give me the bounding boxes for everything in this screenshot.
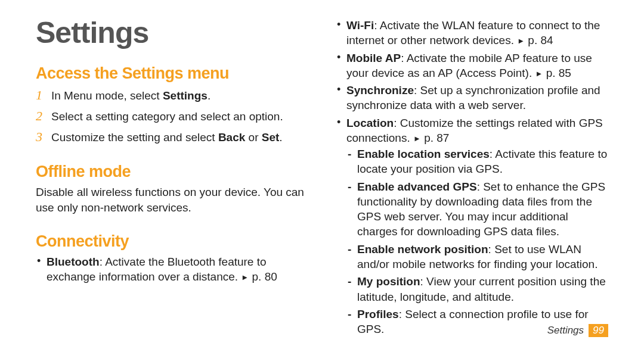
label: Enable network position: [357, 243, 488, 255]
right-column: Wi-Fi: Activate the WLAN feature to conn…: [336, 18, 608, 339]
item-wifi: Wi-Fi: Activate the WLAN feature to conn…: [336, 18, 608, 48]
label: Wi-Fi: [346, 19, 374, 32]
item-location: Location: Customize the settings related…: [336, 116, 608, 337]
step-text: Customize the setting and select Back or…: [51, 130, 308, 146]
sub-my-position: My position: View your current position …: [346, 274, 608, 304]
page-ref: p. 85: [546, 67, 571, 79]
text: In Menu mode, select: [51, 89, 163, 102]
item-mobile-ap: Mobile AP: Activate the mobile AP featur…: [336, 51, 608, 81]
sub-network-position: Enable network position: Set to use WLAN…: [346, 242, 608, 272]
access-steps: 1 In Menu mode, select Settings. 2 Selec…: [36, 86, 308, 146]
sub-location-services: Enable location services: Activate this …: [346, 147, 608, 177]
connectivity-list-right: Wi-Fi: Activate the WLAN feature to conn…: [336, 18, 608, 336]
label: Synchronize: [346, 84, 414, 96]
text: .: [208, 89, 210, 102]
page-footer: Settings 99: [547, 324, 608, 337]
text: Customize the setting and select: [51, 131, 218, 144]
step-text: In Menu mode, select Settings.: [51, 88, 308, 104]
arrow-icon: ►: [413, 134, 421, 143]
connectivity-list-left: Bluetooth: Activate the Bluetooth featur…: [36, 254, 308, 285]
left-column: Settings Access the Settings menu 1 In M…: [36, 18, 308, 339]
bold: Set: [262, 131, 280, 144]
text: or: [245, 131, 261, 144]
bold: Back: [218, 131, 245, 144]
heading-access: Access the Settings menu: [36, 64, 308, 83]
location-sublist: Enable location services: Activate this …: [346, 147, 608, 336]
label: Enable location services: [357, 148, 490, 160]
label: Bluetooth: [47, 255, 100, 268]
text: .: [279, 131, 282, 144]
step-1: 1 In Menu mode, select Settings.: [36, 86, 308, 105]
sub-advanced-gps: Enable advanced GPS: Set to enhance the …: [346, 179, 608, 239]
page-ref: p. 84: [528, 34, 553, 46]
step-number: 1: [36, 86, 51, 105]
arrow-icon: ►: [517, 36, 525, 45]
step-2: 2 Select a setting category and select a…: [36, 107, 308, 126]
label: My position: [357, 275, 420, 288]
bold: Settings: [163, 89, 208, 102]
page-columns: Settings Access the Settings menu 1 In M…: [36, 18, 608, 339]
page-title: Settings: [36, 18, 308, 48]
text: : Activate the WLAN feature to connect t…: [346, 19, 600, 46]
label: Enable advanced GPS: [357, 180, 477, 193]
step-3: 3 Customize the setting and select Back …: [36, 128, 308, 147]
heading-connectivity: Connectivity: [36, 232, 308, 251]
label: Mobile AP: [346, 52, 401, 64]
footer-section-label: Settings: [547, 325, 584, 336]
label: Location: [346, 117, 394, 129]
arrow-icon: ►: [241, 273, 249, 282]
page-number-badge: 99: [589, 324, 608, 337]
arrow-icon: ►: [535, 69, 543, 78]
step-number: 3: [36, 128, 51, 147]
item-synchronize: Synchronize: Set up a synchronization pr…: [336, 83, 608, 113]
label: Profiles: [357, 308, 399, 320]
page-ref: p. 87: [424, 132, 449, 144]
heading-offline: Offline mode: [36, 163, 308, 181]
offline-body: Disable all wireless functions on your d…: [36, 185, 308, 215]
step-text: Select a setting category and select an …: [51, 109, 308, 125]
page-ref: p. 80: [252, 270, 277, 283]
step-number: 2: [36, 107, 51, 126]
item-bluetooth: Bluetooth: Activate the Bluetooth featur…: [36, 254, 308, 285]
